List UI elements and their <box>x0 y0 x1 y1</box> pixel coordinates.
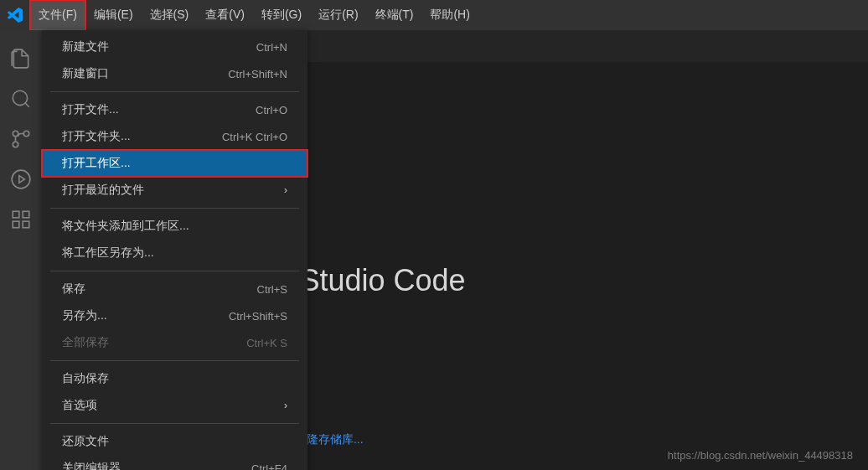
menu-separator <box>50 271 299 271</box>
link-new-file[interactable]: 新建文件 <box>209 412 868 427</box>
svg-point-6 <box>12 170 30 189</box>
menu-view[interactable]: 查看(V) <box>197 0 253 30</box>
menu-terminal[interactable]: 终端(T) <box>367 0 422 30</box>
svg-line-1 <box>25 103 29 107</box>
link-open-line: 打开文件夹... or 克隆存储库... <box>209 432 868 447</box>
svg-point-3 <box>13 142 18 147</box>
explorer-icon[interactable] <box>0 39 42 79</box>
menu-item-close-editor[interactable]: 关闭编辑器 Ctrl+F4 <box>42 455 307 470</box>
menu-separator <box>50 360 299 361</box>
svg-rect-7 <box>13 211 19 218</box>
search-icon[interactable] <box>0 79 42 119</box>
menu-item-label: 关闭编辑器 <box>62 461 121 470</box>
menu-item-shortcut: Ctrl+K S <box>246 337 287 349</box>
menu-item-shortcut: Ctrl+F4 <box>251 462 287 471</box>
menu-item-save-all: 全部保存 Ctrl+K S <box>42 329 307 356</box>
debug-icon[interactable] <box>0 159 42 199</box>
menu-item-open-file[interactable]: 打开文件... Ctrl+O <box>42 96 307 123</box>
welcome-subtitle: 编辑进化 <box>209 303 868 330</box>
menu-edit[interactable]: 编辑(E) <box>85 0 142 30</box>
titlebar: 文件(F) 编辑(E) 选择(S) 查看(V) 转到(G) 运行(R) 终端(T… <box>0 0 868 30</box>
menu-item-shortcut: Ctrl+K Ctrl+O <box>222 131 287 143</box>
menu-item-label: 新建窗口 <box>62 66 109 81</box>
extensions-icon[interactable] <box>0 199 42 240</box>
activitybar <box>0 30 42 470</box>
menu-item-revert[interactable]: 还原文件 <box>42 428 307 455</box>
menu-item-label: 还原文件 <box>62 434 109 449</box>
chevron-right-icon: › <box>284 400 287 411</box>
menu-item-save[interactable]: 保存 Ctrl+S <box>42 276 307 302</box>
start-section-title: 启动 <box>209 380 868 400</box>
menubar: 文件(F) 编辑(E) 选择(S) 查看(V) 转到(G) 运行(R) 终端(T… <box>30 0 478 30</box>
menu-selection[interactable]: 选择(S) <box>142 0 198 30</box>
menu-item-preferences[interactable]: 首选项 › <box>42 392 307 419</box>
menu-item-save-as[interactable]: 另存为... Ctrl+Shift+S <box>42 302 307 329</box>
menu-item-label: 打开最近的文件 <box>62 183 144 198</box>
menu-item-label: 首选项 <box>62 398 97 413</box>
menu-item-label: 全部保存 <box>62 335 109 350</box>
svg-point-2 <box>23 131 29 137</box>
svg-marker-5 <box>19 176 25 183</box>
menu-item-save-workspace-as[interactable]: 将工作区另存为... <box>42 240 307 266</box>
menu-item-label: 打开文件... <box>62 102 119 117</box>
menu-separator <box>50 91 299 92</box>
menu-file[interactable]: 文件(F) <box>30 0 85 30</box>
svg-point-0 <box>13 90 27 105</box>
menu-item-shortcut: Ctrl+Shift+N <box>228 68 287 80</box>
source-control-icon[interactable] <box>0 119 42 159</box>
menu-item-new-window[interactable]: 新建窗口 Ctrl+Shift+N <box>42 60 307 87</box>
svg-rect-10 <box>23 221 29 228</box>
menu-item-label: 将工作区另存为... <box>62 245 154 261</box>
menu-item-shortcut: Ctrl+Shift+S <box>229 310 287 323</box>
svg-rect-9 <box>13 221 19 228</box>
svg-point-4 <box>13 131 18 137</box>
menu-item-add-folder[interactable]: 将文件夹添加到工作区... <box>42 213 307 240</box>
menu-item-open-recent[interactable]: 打开最近的文件 › <box>42 177 307 204</box>
menu-item-label: 新建文件 <box>62 39 109 54</box>
welcome-title: Visual Studio Code <box>209 263 868 298</box>
vscode-icon <box>7 7 23 23</box>
menu-help[interactable]: 帮助(H) <box>421 0 478 30</box>
menu-item-label: 自动保存 <box>62 371 109 386</box>
menu-item-autosave[interactable]: 自动保存 <box>42 365 307 392</box>
menu-item-shortcut: Ctrl+O <box>256 104 287 116</box>
svg-rect-8 <box>23 211 29 218</box>
chevron-right-icon: › <box>284 184 287 196</box>
menu-item-label: 保存 <box>62 281 85 297</box>
menu-separator <box>50 423 299 424</box>
menu-item-new-file[interactable]: 新建文件 Ctrl+N <box>42 34 307 60</box>
menu-run[interactable]: 运行(R) <box>310 0 366 30</box>
menu-item-open-folder[interactable]: 打开文件夹... Ctrl+K Ctrl+O <box>42 123 307 150</box>
menu-item-open-workspace[interactable]: 打开工作区... <box>42 150 307 177</box>
menu-separator <box>50 208 299 209</box>
menu-item-label: 打开文件夹... <box>62 129 131 144</box>
menu-go[interactable]: 转到(G) <box>253 0 310 30</box>
menu-item-label: 另存为... <box>62 308 107 323</box>
menu-item-shortcut: Ctrl+S <box>257 283 287 296</box>
menu-item-shortcut: Ctrl+N <box>256 41 287 54</box>
menu-item-label: 打开工作区... <box>62 156 131 171</box>
file-dropdown-menu: 新建文件 Ctrl+N 新建窗口 Ctrl+Shift+N 打开文件... Ct… <box>42 30 307 470</box>
watermark: https://blog.csdn.net/weixin_44498318 <box>668 449 853 462</box>
menu-item-label: 将文件夹添加到工作区... <box>62 219 189 234</box>
